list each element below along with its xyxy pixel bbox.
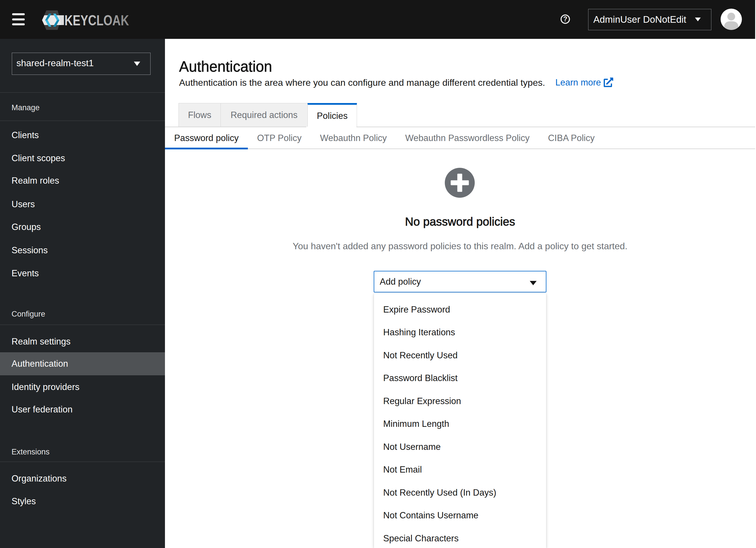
svg-text:KEYCLOAK: KEYCLOAK (64, 12, 129, 28)
svg-text:?: ? (563, 15, 567, 23)
